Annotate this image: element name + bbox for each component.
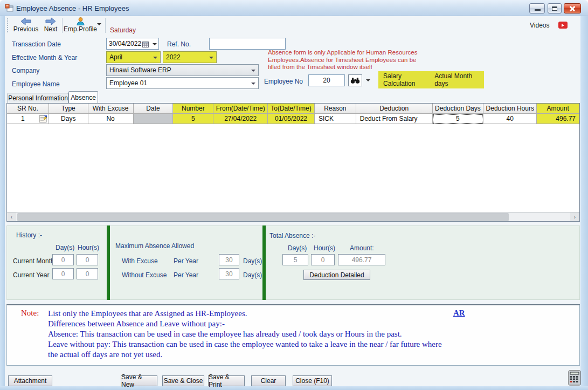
- total-days-input[interactable]: 5: [282, 254, 308, 265]
- without-excuse-days-input[interactable]: 30: [219, 268, 239, 279]
- employee-name-select[interactable]: Employee 01: [106, 77, 259, 89]
- save-close-button[interactable]: Save & Close: [162, 375, 204, 386]
- employee-no-label: Employee No: [264, 78, 303, 85]
- absence-grid: SR No. Type With Excuse Date Number From…: [6, 103, 580, 222]
- warning-text: Absence form is only Applicable for Huma…: [268, 49, 451, 71]
- cell-number[interactable]: 5: [173, 114, 213, 124]
- with-excuse-days-input[interactable]: 30: [219, 254, 239, 265]
- date-dropdown-icon[interactable]: [153, 43, 157, 47]
- company-select[interactable]: Hinawi Software ERP: [106, 64, 259, 76]
- col-reason[interactable]: Reason: [315, 104, 356, 114]
- next-button[interactable]: Next: [41, 17, 60, 35]
- weekday-label: Saturday: [110, 26, 136, 34]
- cell-date[interactable]: [134, 114, 174, 124]
- calendar-icon[interactable]: [142, 41, 149, 47]
- row-edit-icon[interactable]: [39, 115, 47, 123]
- effective-year-value: 2022: [166, 53, 181, 61]
- employee-name-value: Employee 01: [109, 79, 147, 87]
- toolbar-separator: [62, 18, 63, 33]
- employee-search-button[interactable]: [348, 74, 362, 86]
- app-icon: [5, 4, 13, 12]
- previous-button[interactable]: Previous: [13, 17, 39, 35]
- ar-language-link[interactable]: AR: [453, 309, 465, 318]
- col-deduction-days[interactable]: Deduction Days: [433, 104, 484, 114]
- with-excuse-label: With Excuse: [122, 257, 158, 265]
- col-amount[interactable]: Amount: [537, 104, 579, 114]
- save-new-button[interactable]: Save & New: [121, 375, 157, 386]
- emp-profile-dropdown-icon[interactable]: [97, 23, 101, 28]
- cell-with-excuse[interactable]: No: [88, 114, 134, 124]
- cell-amount[interactable]: 496.77: [537, 114, 579, 124]
- effective-month-select[interactable]: April: [106, 51, 161, 63]
- current-year-days-input[interactable]: 0: [52, 268, 74, 279]
- ref-no-label: Ref. No.: [167, 40, 191, 48]
- company-value: Hinawi Software ERP: [109, 66, 171, 74]
- col-date[interactable]: Date: [134, 104, 174, 114]
- cell-type[interactable]: Days: [49, 114, 88, 124]
- green-divider-1: [107, 225, 110, 300]
- col-deduction[interactable]: Deduction: [356, 104, 433, 114]
- ref-no-input[interactable]: [209, 38, 286, 50]
- col-number[interactable]: Number: [173, 104, 213, 114]
- cell-deduction-days[interactable]: 5: [433, 114, 484, 124]
- scroll-left-icon[interactable]: ‹: [7, 213, 16, 221]
- current-year-hours-input[interactable]: 0: [77, 268, 98, 279]
- transaction-date-field[interactable]: 30/04/2022: [106, 38, 159, 50]
- col-sr-no[interactable]: SR No.: [7, 104, 49, 114]
- toolbar-grip: [7, 18, 8, 32]
- tab-personal-information[interactable]: Personal Information: [8, 93, 68, 103]
- videos-label: Videos: [530, 22, 549, 29]
- scroll-right-icon[interactable]: ›: [570, 213, 579, 221]
- minimize-icon: [535, 9, 541, 11]
- tab-absence[interactable]: Absence: [68, 91, 98, 103]
- total-amount-input[interactable]: 496.77: [338, 254, 385, 265]
- cell-to[interactable]: 01/05/2022: [268, 114, 315, 124]
- deduction-detailed-button[interactable]: Deduction Detailed: [303, 270, 370, 280]
- person-icon: [76, 17, 85, 25]
- employee-no-dropdown-icon[interactable]: [366, 79, 370, 84]
- company-label: Company: [12, 67, 39, 74]
- next-arrow-icon: [45, 17, 57, 25]
- emp-profile-button[interactable]: Emp.Profile: [65, 17, 96, 35]
- minimize-button[interactable]: [529, 3, 545, 13]
- col-type[interactable]: Type: [49, 104, 88, 114]
- note-text: List only the Employees that are Assigne…: [48, 309, 447, 360]
- save-print-button[interactable]: Save & Print: [208, 375, 245, 386]
- close-button[interactable]: [564, 3, 581, 13]
- emp-profile-label: Emp.Profile: [64, 25, 97, 33]
- col-from[interactable]: From(Date/Time): [213, 104, 268, 114]
- calculator-icon[interactable]: [568, 370, 581, 386]
- history-title: History :-: [16, 231, 42, 239]
- total-hours-input[interactable]: 0: [311, 254, 335, 265]
- cell-sr-no[interactable]: 1: [7, 114, 49, 124]
- effective-month-value: April: [109, 53, 122, 61]
- col-to[interactable]: To(Date/Time): [268, 104, 315, 114]
- window-title: Employee Absence - HR Employees: [16, 4, 129, 12]
- without-excuse-label: Without Excuse: [122, 271, 167, 279]
- window-border-bottom: [0, 386, 588, 390]
- maximize-button[interactable]: [548, 3, 562, 13]
- cell-deduction[interactable]: Deduct From Salary: [356, 114, 433, 124]
- effective-year-select[interactable]: 2022: [163, 51, 217, 63]
- employee-no-input[interactable]: [308, 74, 345, 86]
- current-month-hours-input[interactable]: 0: [77, 254, 98, 265]
- chevron-down-icon: [251, 70, 255, 74]
- close-f10-button[interactable]: Close (F10): [293, 375, 332, 386]
- attachment-button[interactable]: Attachment: [8, 375, 52, 386]
- cell-from[interactable]: 27/04/2022: [213, 114, 268, 124]
- col-deduction-hours[interactable]: Deduction Hours: [483, 104, 537, 114]
- chevron-down-icon: [251, 83, 255, 87]
- current-month-label: Current Month: [13, 257, 54, 265]
- youtube-icon[interactable]: [558, 22, 568, 29]
- cell-reason[interactable]: SICK: [315, 114, 356, 124]
- col-with-excuse[interactable]: With Excuse: [88, 104, 134, 114]
- table-row[interactable]: 1 Days No 5 27/04/2022 01/05/2022 SICK D…: [7, 114, 579, 124]
- current-month-days-input[interactable]: 0: [52, 254, 74, 265]
- horizontal-scrollbar[interactable]: ‹ ›: [7, 212, 579, 221]
- clear-button[interactable]: Clear: [251, 375, 286, 386]
- note-label: Note:: [21, 309, 39, 318]
- total-days-header: Day(s): [288, 244, 307, 252]
- cell-deduction-hours[interactable]: 40: [483, 114, 537, 124]
- title-bar: Employee Absence - HR Employees: [0, 0, 588, 16]
- scrollbar-thumb[interactable]: [17, 213, 509, 221]
